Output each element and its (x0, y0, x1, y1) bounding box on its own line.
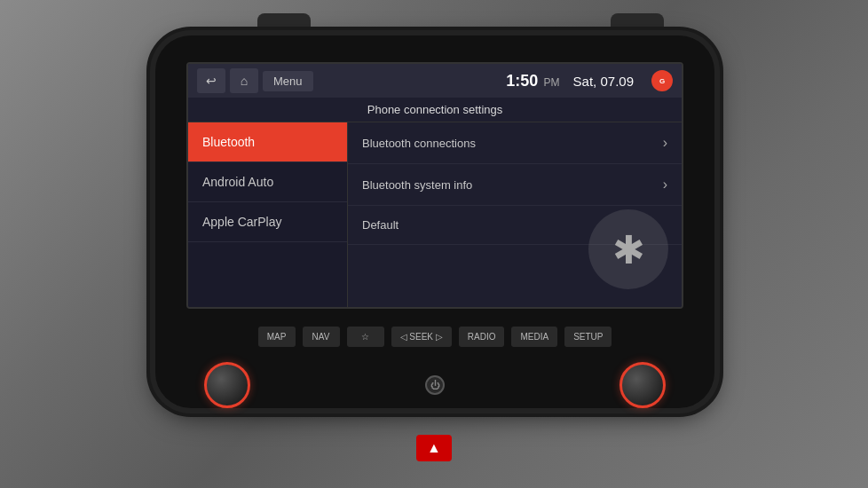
head-unit: ↩ ⌂ Menu 1:50 PM Sat, 07.09 G Phone conn… (155, 35, 714, 408)
sidebar-item-apple-carplay[interactable]: Apple CarPlay (188, 202, 347, 242)
screen: ↩ ⌂ Menu 1:50 PM Sat, 07.09 G Phone conn… (186, 62, 683, 309)
right-knob[interactable] (619, 362, 666, 408)
bluetooth-icon: ✱ (612, 227, 645, 272)
sidebar: Bluetooth Android Auto Apple CarPlay (188, 122, 348, 307)
favorites-button[interactable]: ☆ (347, 327, 384, 347)
vent-left (257, 13, 311, 35)
clock-section: 1:50 PM Sat, 07.09 G (506, 70, 673, 91)
date-display: Sat, 07.09 (573, 74, 634, 89)
menu-item-label: Bluetooth system info (362, 178, 472, 192)
media-button[interactable]: MEDIA (511, 327, 557, 347)
sidebar-item-android-auto[interactable]: Android Auto (188, 162, 347, 202)
content-area: Bluetooth Android Auto Apple CarPlay Blu… (188, 122, 682, 307)
hazard-button[interactable]: ▲ (416, 435, 452, 461)
page-title: Phone connection settings (188, 98, 682, 122)
nav-button[interactable]: NAV (303, 327, 340, 347)
knobs-row: ⏻ (186, 362, 683, 408)
hazard-icon: ▲ (427, 440, 441, 456)
menu-item-label: Bluetooth connections (362, 137, 476, 150)
power-button[interactable]: ⏻ (425, 375, 445, 395)
main-content-panel: Bluetooth connections › Bluetooth system… (348, 122, 682, 307)
menu-button[interactable]: Menu (263, 71, 313, 91)
map-button[interactable]: MAP (258, 327, 296, 347)
menu-item-bt-connections[interactable]: Bluetooth connections › (348, 122, 682, 164)
chevron-icon: › (663, 177, 667, 193)
chevron-icon: › (663, 135, 667, 151)
back-button[interactable]: ↩ (197, 68, 225, 93)
top-bar: ↩ ⌂ Menu 1:50 PM Sat, 07.09 G (188, 64, 682, 98)
seek-button[interactable]: ◁ SEEK ▷ (391, 327, 452, 347)
left-knob[interactable] (204, 362, 250, 408)
time-display: 1:50 PM (506, 72, 559, 91)
setup-button[interactable]: SETUP (564, 327, 612, 347)
kia-logo: G (651, 70, 673, 91)
home-button[interactable]: ⌂ (230, 68, 258, 93)
radio-button[interactable]: RADIO (459, 327, 505, 347)
bluetooth-icon-container: ✱ (588, 209, 668, 289)
controls-area: MAP NAV ☆ ◁ SEEK ▷ RADIO MEDIA SETUP (186, 312, 683, 360)
menu-item-bt-system-info[interactable]: Bluetooth system info › (348, 164, 682, 206)
vent-right (611, 13, 664, 35)
sidebar-item-bluetooth[interactable]: Bluetooth (188, 122, 347, 162)
